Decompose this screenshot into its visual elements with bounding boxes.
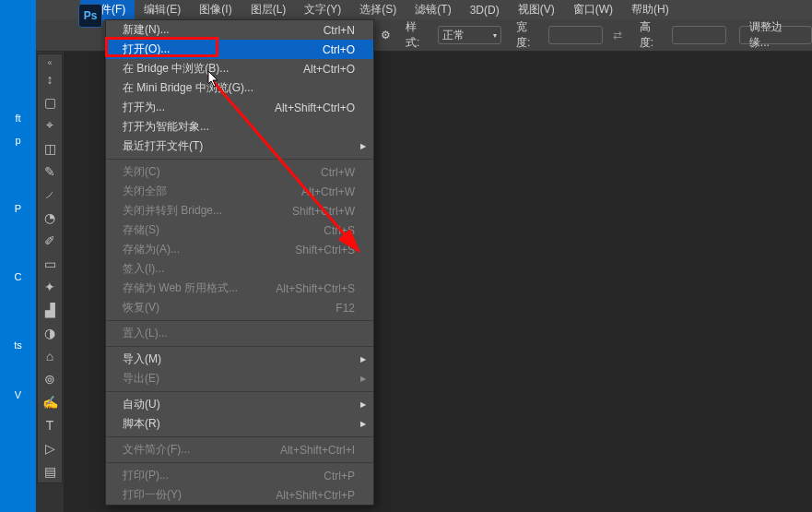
photoshop-window: Ps 文件(F) 编辑(E) 图像(I) 图层(L) 文字(Y) 选择(S) 滤… (36, 0, 812, 512)
menu-help[interactable]: 帮助(H) (622, 0, 678, 20)
link-icon[interactable]: ⇄ (610, 29, 625, 42)
path-tool[interactable]: T (39, 414, 61, 435)
height-input[interactable] (672, 26, 726, 44)
menu-window[interactable]: 窗口(W) (564, 0, 622, 20)
menu-item-shortcut: Alt+Shift+Ctrl+S (276, 282, 355, 295)
menu-item: 存储为(A)...Shift+Ctrl+S (106, 240, 373, 259)
menu-select[interactable]: 选择(S) (350, 0, 406, 20)
menu-item[interactable]: 打开为...Alt+Shift+Ctrl+O (106, 98, 373, 117)
menu-item: 导出(E) (106, 369, 373, 388)
gear-icon[interactable]: ⚙ (381, 29, 391, 42)
style-value: 正常 (442, 28, 465, 43)
menu-item-shortcut: Ctrl+W (321, 166, 355, 179)
refine-edge-label: 调整边缘... (749, 19, 802, 51)
desktop-label: C (0, 271, 36, 282)
menu-item-label: 签入(I)... (123, 261, 164, 277)
height-label: 高度: (640, 19, 665, 51)
menu-item-label: 存储为(A)... (123, 242, 180, 257)
menu-text[interactable]: 文字(Y) (295, 0, 350, 20)
menu-item[interactable]: 自动(U) (106, 395, 373, 414)
healing-tool[interactable]: ⟋ (39, 184, 61, 205)
menu-item-label: 关闭(C) (123, 164, 160, 180)
menu-separator (106, 391, 373, 392)
file-menu-dropdown: 新建(N)...Ctrl+N打开(O)...Ctrl+O在 Bridge 中浏览… (105, 19, 374, 506)
eraser-tool[interactable]: ✦ (39, 276, 61, 297)
blur-tool[interactable]: ◑ (39, 322, 61, 343)
menu-layer[interactable]: 图层(L) (241, 0, 296, 20)
style-select[interactable]: 正常 ▾ (438, 26, 501, 44)
menu-item[interactable]: 在 Mini Bridge 中浏览(G)... (106, 78, 373, 98)
menu-item: 存储为 Web 所用格式...Alt+Shift+Ctrl+S (106, 279, 373, 298)
crop-tool[interactable]: ◫ (39, 137, 61, 159)
gradient-tool[interactable]: ▟ (39, 299, 61, 320)
menu-item-shortcut: Shift+Ctrl+W (292, 205, 355, 218)
desktop-label: V (0, 389, 36, 400)
menu-filter[interactable]: 滤镜(T) (406, 0, 460, 20)
menu-item[interactable]: 新建(N)...Ctrl+N (106, 20, 373, 40)
brush-tool[interactable]: ◔ (39, 207, 61, 228)
menu-item[interactable]: 导入(M) (106, 350, 373, 369)
menu-separator (106, 462, 373, 463)
desktop-label: p (0, 135, 36, 146)
menu-item-label: 文件简介(F)... (123, 442, 190, 458)
menu-item-label: 在 Mini Bridge 中浏览(G)... (123, 80, 253, 96)
menu-separator (106, 436, 373, 437)
stamp-tool[interactable]: ✐ (39, 230, 61, 251)
menu-separator (106, 159, 373, 160)
menu-item-label: 打开(O)... (123, 42, 170, 57)
menu-item[interactable]: 最近打开文件(T) (106, 137, 373, 156)
menu-item: 置入(L)... (106, 324, 373, 343)
menu-item-label: 关闭全部 (123, 184, 167, 199)
menu-item-shortcut: Ctrl+S (324, 224, 355, 237)
menu-item-shortcut: Shift+Ctrl+S (295, 244, 355, 256)
menu-item-label: 置入(L)... (123, 326, 168, 341)
collapse-icon[interactable]: « (40, 58, 60, 67)
menu-item-shortcut: F12 (335, 302, 355, 315)
type-tool[interactable]: ✍ (39, 391, 61, 412)
menu-item: 恢复(V)F12 (106, 298, 373, 317)
desktop-label: ft (0, 113, 36, 124)
menu-item-shortcut: Alt+Shift+Ctrl+P (276, 489, 355, 502)
history-brush-tool[interactable]: ▭ (39, 253, 61, 274)
menu-view[interactable]: 视图(V) (509, 0, 564, 20)
hand-tool[interactable]: ▤ (39, 460, 61, 482)
menu-item-label: 打开为智能对象... (123, 119, 209, 135)
menu-item[interactable]: 在 Bridge 中浏览(B)...Alt+Ctrl+O (106, 59, 373, 78)
marquee-tool[interactable]: ▢ (39, 91, 61, 113)
cursor-icon (207, 70, 220, 89)
menu-item: 打印(P)...Ctrl+P (106, 466, 373, 485)
pen-tool[interactable]: ⊚ (39, 368, 61, 389)
menu-item-shortcut: Alt+Shift+Ctrl+I (280, 444, 355, 457)
menu-item-label: 自动(U) (123, 397, 160, 412)
chevron-down-icon: ▾ (493, 31, 497, 40)
menubar: 文件(F) 编辑(E) 图像(I) 图层(L) 文字(Y) 选择(S) 滤镜(T… (36, 0, 812, 19)
menu-edit[interactable]: 编辑(E) (135, 0, 190, 20)
menu-item: 签入(I)... (106, 259, 373, 279)
width-label: 宽度: (516, 19, 541, 51)
shape-tool[interactable]: ▷ (39, 437, 61, 458)
menu-item[interactable]: 打开为智能对象... (106, 117, 373, 137)
menu-item-label: 存储(S) (123, 222, 159, 238)
menu-item[interactable]: 打开(O)...Ctrl+O (106, 40, 373, 59)
menu-item-label: 打印(P)... (123, 468, 169, 483)
menu-3d[interactable]: 3D(D) (461, 1, 509, 19)
move-tool[interactable]: ↕ (39, 68, 61, 89)
menu-item-shortcut: Alt+Ctrl+W (301, 185, 355, 198)
width-input[interactable] (548, 26, 603, 44)
menu-item-label: 打印一份(Y) (123, 487, 182, 503)
lasso-tool[interactable]: ⌖ (39, 114, 61, 136)
dodge-tool[interactable]: ⌂ (39, 345, 61, 366)
menu-item: 关闭全部Alt+Ctrl+W (106, 182, 373, 201)
menu-item-label: 脚本(R) (123, 416, 160, 432)
desktop-label: ts (0, 339, 36, 351)
menu-item-label: 最近打开文件(T) (123, 138, 203, 154)
menu-image[interactable]: 图像(I) (190, 0, 241, 20)
menu-item-shortcut: Ctrl+O (323, 43, 355, 56)
tool-panel: « ↕ ▢ ⌖ ◫ ✎ ⟋ ◔ ✐ ▭ ✦ ▟ ◑ ⌂ ⊚ ✍ T ▷ ▤ (37, 54, 63, 483)
menu-item-label: 导入(M) (123, 351, 161, 367)
menu-item[interactable]: 脚本(R) (106, 414, 373, 434)
eyedropper-tool[interactable]: ✎ (39, 161, 61, 182)
refine-edge-button[interactable]: 调整边缘... (739, 26, 812, 44)
desktop-label: P (0, 203, 36, 214)
style-label: 样式: (406, 19, 430, 51)
